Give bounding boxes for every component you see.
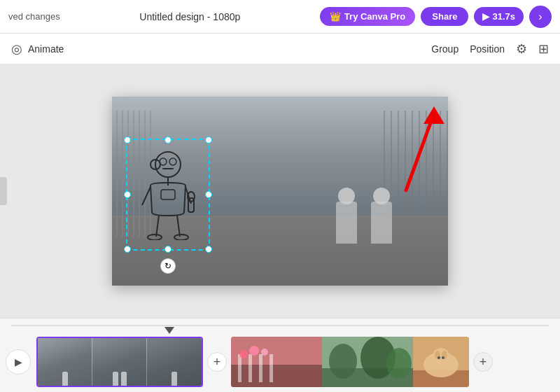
clip-figure-4 — [172, 372, 177, 386]
clip-scene-4 — [413, 337, 469, 387]
canvas-area: ↻ — [0, 64, 560, 318]
clip-group-1[interactable] — [36, 337, 203, 387]
rotate-handle[interactable]: ↻ — [160, 258, 176, 274]
svg-point-23 — [261, 349, 268, 356]
robot-svg — [136, 149, 200, 240]
svg-point-35 — [438, 356, 440, 359]
animate-icon: ◎ — [11, 41, 22, 57]
play-icon: ▶ — [15, 356, 22, 368]
toolbar-left: ◎ Animate — [11, 41, 64, 57]
svg-marker-14 — [424, 106, 444, 124]
svg-point-2 — [169, 158, 176, 165]
stormtroopers-group — [336, 202, 392, 244]
grid-icon: ⊞ — [538, 42, 549, 56]
clip-thumb-3 — [147, 338, 202, 387]
clip-scene-3 — [322, 337, 413, 387]
clip-thumb-1 — [38, 338, 92, 387]
tool-button-2[interactable]: ⊞ — [538, 41, 549, 57]
svg-rect-16 — [231, 365, 322, 387]
expand-icon: › — [538, 10, 542, 23]
svg-point-21 — [239, 350, 248, 358]
tool-icon-1: ⚙ — [516, 42, 527, 56]
clip-group-2[interactable] — [231, 337, 469, 387]
design-title: Untitled design - 1080p — [139, 11, 240, 22]
try-canva-pro-button[interactable]: 👑 Try Canva Pro — [320, 7, 415, 26]
play-icon: ▶ — [482, 11, 489, 22]
svg-point-26 — [329, 344, 357, 379]
clip-thumb-4 — [231, 337, 322, 387]
toolbar: ◎ Animate Group Position ⚙ ⊞ — [0, 34, 560, 64]
svg-point-12 — [174, 234, 188, 240]
animate-label: Animate — [28, 43, 64, 55]
stormtrooper-2 — [371, 202, 392, 244]
scrubber-head[interactable] — [164, 327, 174, 334]
clip-thumb-6 — [413, 337, 469, 387]
topbar-left: ved changes — [8, 11, 60, 22]
svg-point-0 — [155, 152, 181, 177]
plus-icon-2: + — [479, 355, 487, 370]
svg-point-11 — [148, 234, 162, 240]
arrow-svg — [364, 99, 448, 197]
saved-status: ved changes — [8, 11, 60, 22]
topbar-right: 👑 Try Canva Pro Share ▶ 31.7s › — [320, 6, 552, 28]
clip-thumb-5 — [322, 337, 413, 387]
share-button[interactable]: Share — [421, 7, 468, 26]
left-panel-tab[interactable] — [0, 177, 7, 205]
toolbar-right: Group Position ⚙ ⊞ — [431, 41, 549, 57]
clip-figure-1 — [62, 372, 68, 386]
stormtrooper-1 — [336, 202, 357, 244]
crown-icon: 👑 — [330, 11, 341, 22]
plus-icon-1: + — [214, 355, 221, 370]
clip-figure-2 — [113, 372, 118, 386]
timeline-clips: ▶ + — [0, 332, 560, 392]
topbar-center: Untitled design - 1080p — [139, 11, 240, 22]
clip-inner-2 — [92, 338, 146, 387]
svg-rect-20 — [270, 354, 273, 382]
svg-point-36 — [442, 356, 444, 359]
expand-button[interactable]: › — [529, 6, 552, 28]
svg-line-13 — [406, 113, 434, 190]
add-clip-button-1[interactable]: + — [207, 352, 227, 372]
clip-scene-2 — [231, 337, 322, 387]
robot-selection-box[interactable]: ↻ — [126, 139, 210, 251]
timeline: ▶ + — [0, 318, 560, 392]
rotate-icon: ↻ — [164, 261, 172, 271]
svg-point-28 — [386, 348, 412, 379]
svg-rect-19 — [259, 354, 262, 382]
svg-rect-18 — [248, 354, 252, 382]
clip-thumb-2 — [92, 338, 147, 387]
clip-inner-1 — [38, 338, 92, 387]
tool-button-1[interactable]: ⚙ — [516, 41, 527, 57]
timer-button[interactable]: ▶ 31.7s — [474, 7, 524, 26]
position-button[interactable]: Position — [470, 43, 505, 55]
scrubber-line — [11, 325, 549, 326]
clip-inner-3 — [147, 338, 202, 387]
svg-point-22 — [249, 346, 259, 356]
clip-figure-3 — [121, 372, 127, 386]
svg-rect-6 — [161, 190, 175, 200]
svg-rect-17 — [238, 354, 241, 382]
svg-line-7 — [142, 187, 150, 205]
timeline-scrubber[interactable] — [0, 318, 560, 332]
group-button[interactable]: Group — [431, 43, 458, 55]
top-bar: ved changes Untitled design - 1080p 👑 Tr… — [0, 0, 560, 34]
robot-figure — [127, 140, 209, 249]
red-arrow-annotation — [364, 99, 448, 200]
play-button[interactable]: ▶ — [6, 349, 31, 374]
add-clip-button-2[interactable]: + — [473, 352, 493, 372]
